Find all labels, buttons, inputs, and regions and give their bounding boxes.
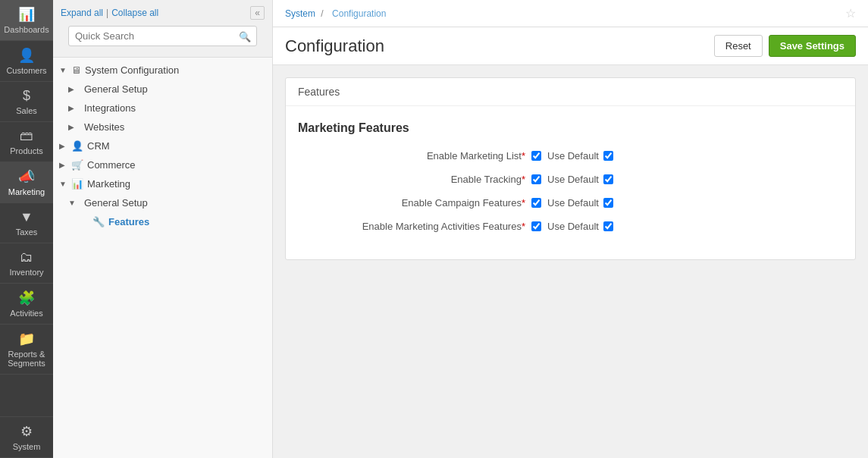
required-asterisk-2: * [522, 197, 525, 209]
features-label: Features [108, 216, 149, 227]
marketing-icon: 📣 [18, 168, 35, 185]
nav-label-inventory: Inventory [9, 268, 43, 277]
topbar: System / Configuration ☆ [273, 0, 868, 27]
tree-item-commerce[interactable]: ▶ 🛒 Commerce [53, 155, 272, 174]
tree-item-marketing[interactable]: ▼ 📊 Marketing [53, 174, 272, 193]
feature-checkbox-marketing-list[interactable] [531, 151, 541, 161]
dashboards-icon: 📊 [18, 6, 35, 23]
use-default-label-2: Use Default [547, 197, 599, 209]
inventory-icon: 🗂 [20, 249, 33, 265]
nav-item-marketing[interactable]: 📣 Marketing [0, 162, 53, 203]
breadcrumb: System / Configuration [285, 8, 389, 19]
arrow-commerce: ▶ [59, 161, 68, 169]
use-default-label-1: Use Default [547, 174, 599, 185]
search-input[interactable] [68, 26, 257, 46]
breadcrumb-separator: / [321, 8, 323, 19]
tree-item-features[interactable]: 🔧 Features [53, 212, 272, 231]
nav-item-products[interactable]: 🗃 Products [0, 122, 53, 162]
breadcrumb-system[interactable]: System [285, 8, 315, 19]
arrow-general-setup: ▶ [68, 85, 77, 93]
use-default-checkbox-tracking[interactable] [603, 174, 613, 184]
page-title: Configuration [285, 36, 384, 56]
marketing-features-title: Marketing Features [298, 121, 843, 135]
nav-label-customers: Customers [6, 66, 46, 75]
feature-row-marketing-list: Enable Marketing List* Use Default [298, 150, 843, 162]
arrow-websites: ▶ [68, 123, 77, 131]
save-settings-button[interactable]: Save Settings [769, 35, 856, 57]
expand-collapse-bar: Expand all | Collapse all « [61, 6, 265, 20]
nav-label-taxes: Taxes [16, 227, 38, 237]
nav-item-inventory[interactable]: 🗂 Inventory [0, 243, 53, 284]
nav-label-products: Products [10, 146, 42, 155]
commerce-icon: 🛒 [71, 159, 83, 171]
tree-item-marketing-general[interactable]: ▼ General Setup [53, 193, 272, 212]
use-default-checkbox-marketing-list[interactable] [603, 151, 613, 161]
feature-label-campaign: Enable Campaign Features* [328, 197, 525, 209]
crm-label: CRM [87, 140, 110, 152]
reset-button[interactable]: Reset [714, 35, 763, 57]
nav-label-reports: Reports & Segments [8, 350, 45, 368]
feature-row-tracking: Enable Tracking* Use Default [298, 174, 843, 185]
feature-checkbox-tracking[interactable] [531, 174, 541, 184]
activities-icon: 🧩 [18, 290, 35, 306]
nav-item-dashboards[interactable]: 📊 Dashboards [0, 0, 53, 41]
breadcrumb-configuration: Configuration [332, 8, 386, 19]
page-header: Configuration Reset Save Settings [273, 27, 868, 65]
reports-icon: 📁 [18, 331, 35, 347]
nav-item-sales[interactable]: $ Sales [0, 82, 53, 122]
marketing-tree-label: Marketing [87, 178, 130, 190]
nav-label-dashboards: Dashboards [4, 25, 49, 34]
search-box: 🔍 [68, 26, 257, 46]
tree-item-system-config[interactable]: ▼ 🖥 System Configuration [53, 61, 272, 80]
features-icon: 🔧 [92, 216, 105, 227]
tree-item-integrations[interactable]: ▶ Integrations [53, 99, 272, 118]
arrow-system-config: ▼ [59, 66, 68, 74]
arrow-marketing: ▼ [59, 180, 68, 188]
arrow-integrations: ▶ [68, 104, 77, 112]
tree-item-general-setup[interactable]: ▶ General Setup [53, 80, 272, 99]
tree-item-websites[interactable]: ▶ Websites [53, 118, 272, 136]
feature-label-marketing-list: Enable Marketing List* [328, 150, 525, 162]
search-icon: 🔍 [239, 30, 251, 42]
required-asterisk-3: * [522, 221, 525, 232]
integrations-label: Integrations [84, 102, 136, 114]
sidebar: Expand all | Collapse all « 🔍 ▼ 🖥 System… [53, 0, 273, 458]
system-config-label: System Configuration [85, 64, 179, 76]
sidebar-collapse-button[interactable]: « [250, 6, 265, 20]
nav-item-reports[interactable]: 📁 Reports & Segments [0, 325, 53, 375]
expand-all-link[interactable]: Expand all [61, 8, 103, 18]
separator: | [106, 8, 108, 18]
feature-checkbox-campaign[interactable] [531, 198, 541, 208]
content-area: Features Marketing Features Enable Marke… [273, 65, 868, 458]
marketing-general-label: General Setup [84, 197, 148, 209]
nav-item-customers[interactable]: 👤 Customers [0, 41, 53, 82]
feature-checkbox-activities[interactable] [531, 221, 541, 231]
nav-item-system[interactable]: ⚙ System [0, 416, 53, 458]
nav-label-system: System [13, 442, 41, 451]
required-asterisk-1: * [522, 174, 525, 185]
nav-item-taxes[interactable]: ▼ Taxes [0, 203, 53, 243]
arrow-crm: ▶ [59, 142, 68, 150]
use-default-checkbox-campaign[interactable] [603, 198, 613, 208]
left-navigation: 📊 Dashboards 👤 Customers $ Sales 🗃 Produ… [0, 0, 53, 458]
use-default-label-3: Use Default [547, 221, 599, 232]
feature-label-activities: Enable Marketing Activities Features* [328, 221, 525, 232]
commerce-label: Commerce [87, 159, 136, 171]
feature-row-activities: Enable Marketing Activities Features* Us… [298, 221, 843, 232]
use-default-checkbox-activities[interactable] [603, 221, 613, 231]
use-default-label-0: Use Default [547, 150, 599, 162]
collapse-all-link[interactable]: Collapse all [111, 8, 158, 18]
favorite-star-icon[interactable]: ☆ [845, 6, 856, 20]
nav-item-activities[interactable]: 🧩 Activities [0, 284, 53, 325]
nav-label-activities: Activities [10, 309, 42, 318]
sales-icon: $ [23, 88, 30, 104]
main-content: System / Configuration ☆ Configuration R… [273, 0, 868, 458]
products-icon: 🗃 [20, 128, 33, 144]
features-panel-title: Features [298, 86, 340, 98]
general-setup-label: General Setup [84, 83, 148, 95]
topbar-right: ☆ [845, 6, 856, 20]
customers-icon: 👤 [18, 47, 35, 64]
feature-label-tracking: Enable Tracking* [328, 174, 525, 185]
tree-item-crm[interactable]: ▶ 👤 CRM [53, 136, 272, 155]
system-config-icon: 🖥 [71, 64, 81, 76]
